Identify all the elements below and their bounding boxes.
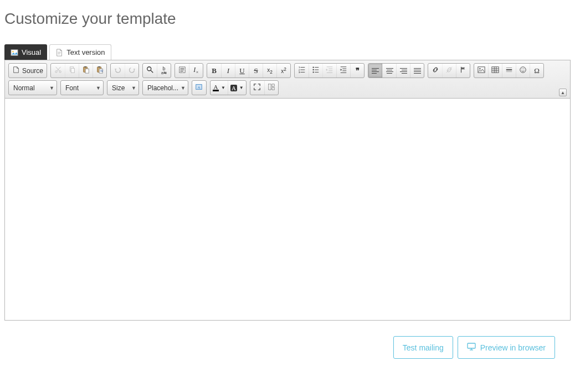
chevron-down-icon: ▼ [181, 85, 186, 91]
chevron-down-icon: ▼ [221, 85, 225, 90]
table-button[interactable] [488, 64, 502, 78]
omega-icon: Ω [534, 66, 540, 75]
show-blocks-button[interactable] [264, 81, 278, 95]
tab-text-version[interactable]: Text version [49, 44, 111, 60]
copy-button[interactable] [65, 64, 79, 78]
align-justify-icon [414, 68, 421, 74]
size-label: Size [112, 84, 125, 92]
italic-button[interactable]: I [221, 64, 235, 78]
underline-icon: U [239, 66, 244, 75]
group-styles: A [192, 80, 207, 95]
svg-text:A: A [198, 85, 201, 90]
align-left-button[interactable] [368, 64, 382, 78]
align-center-button[interactable] [382, 64, 396, 78]
unlink-icon [445, 66, 453, 75]
replace-button[interactable]: ba⇆ [157, 64, 171, 78]
align-center-icon [386, 68, 393, 74]
horizontal-rule-button[interactable] [502, 64, 516, 78]
footer-actions: Test mailing Preview in browser [4, 336, 571, 359]
undo-button[interactable] [111, 64, 125, 78]
size-combo[interactable]: Size▼ [107, 80, 139, 95]
svg-rect-64 [468, 343, 475, 348]
source-icon [12, 66, 20, 75]
bg-color-button[interactable]: A ▼ [228, 81, 246, 95]
show-blocks-icon [268, 83, 275, 92]
anchor-button[interactable] [456, 64, 470, 78]
svg-rect-63 [272, 87, 274, 90]
svg-rect-62 [272, 84, 274, 86]
image-button[interactable] [474, 64, 488, 78]
paragraph-format-combo[interactable]: Normal▼ [8, 80, 57, 95]
remove-format-button[interactable]: I× [189, 64, 203, 78]
paste-word-icon: W [96, 66, 104, 75]
editor: Source W [4, 60, 571, 321]
quote-icon: ❞ [356, 66, 360, 75]
outdent-icon [326, 66, 333, 75]
strike-icon: S [254, 66, 258, 75]
test-mailing-button[interactable]: Test mailing [393, 336, 453, 359]
ul-icon [312, 66, 320, 75]
align-justify-button[interactable] [410, 64, 424, 78]
find-button[interactable] [143, 64, 157, 78]
indent-icon [340, 66, 347, 75]
strike-button[interactable]: S [249, 64, 263, 78]
image-icon [11, 49, 18, 56]
subscript-button[interactable]: x2 [263, 64, 276, 78]
source-button[interactable]: Source [9, 64, 47, 78]
table-icon [491, 66, 499, 75]
placeholder-combo[interactable]: Placehol...▼ [142, 80, 188, 95]
numbered-list-button[interactable]: 123 [295, 64, 309, 78]
group-list-indent: 123 ❞ [294, 63, 364, 78]
bold-icon: B [212, 66, 217, 75]
svg-point-34 [313, 71, 314, 73]
underline-button[interactable]: U [235, 64, 249, 78]
insert-image-icon [478, 66, 485, 75]
toolbar-collapse-button[interactable]: ▲ [559, 89, 567, 96]
scissors-icon [54, 66, 62, 75]
preview-browser-button[interactable]: Preview in browser [458, 336, 555, 359]
svg-point-47 [479, 68, 480, 69]
editor-content-area[interactable] [5, 99, 570, 320]
text-color-button[interactable]: A ▼ [211, 81, 228, 95]
group-select-clear: I× [174, 63, 203, 78]
outdent-button[interactable] [322, 64, 336, 78]
paragraph-format-label: Normal [13, 84, 35, 92]
tab-visual[interactable]: Visual [4, 44, 47, 60]
cut-button[interactable] [51, 64, 65, 78]
select-all-button[interactable] [175, 64, 189, 78]
select-all-icon [178, 66, 186, 75]
group-clipboard: W [50, 63, 107, 78]
paste-word-button[interactable]: W [93, 64, 106, 78]
bullet-list-button[interactable] [309, 64, 322, 78]
link-button[interactable] [428, 64, 442, 78]
indent-button[interactable] [336, 64, 350, 78]
align-right-button[interactable] [396, 64, 410, 78]
italic-icon: I [227, 66, 229, 75]
smiley-button[interactable] [516, 64, 530, 78]
text-color-icon: A [213, 84, 219, 91]
group-align [368, 63, 424, 78]
redo-icon [128, 66, 136, 75]
group-colors: A ▼ A ▼ [210, 80, 247, 95]
styles-button[interactable]: A [192, 81, 206, 95]
superscript-button[interactable]: x2 [276, 64, 290, 78]
bold-button[interactable]: B [207, 64, 221, 78]
svg-point-57 [522, 69, 522, 69]
maximize-button[interactable] [250, 81, 264, 95]
link-icon [432, 66, 439, 75]
blockquote-button[interactable]: ❞ [350, 64, 364, 78]
group-history [110, 63, 139, 78]
svg-rect-48 [492, 67, 499, 73]
group-find: ba⇆ [142, 63, 171, 78]
redo-button[interactable] [125, 64, 138, 78]
svg-rect-15 [98, 66, 100, 68]
svg-rect-61 [269, 84, 271, 90]
unlink-button[interactable] [442, 64, 456, 78]
group-tools [250, 80, 279, 95]
align-left-icon [372, 68, 379, 74]
paste-button[interactable] [79, 64, 93, 78]
font-combo[interactable]: Font▼ [60, 80, 104, 95]
document-icon [55, 49, 63, 56]
special-char-button[interactable]: Ω [530, 64, 543, 78]
svg-point-1 [12, 50, 14, 52]
